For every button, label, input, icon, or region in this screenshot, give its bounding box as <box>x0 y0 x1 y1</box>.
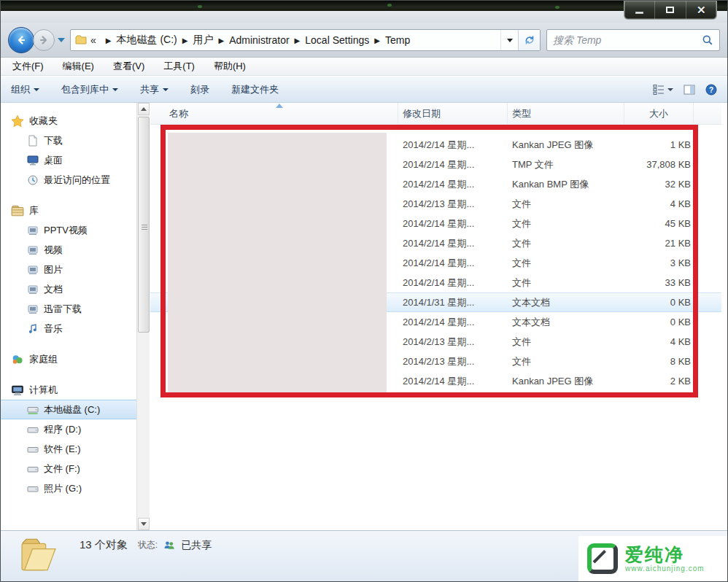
breadcrumb-overflow-chevron[interactable]: « <box>90 34 96 46</box>
breadcrumb-separator-icon: ▶ <box>182 36 188 44</box>
column-header-type[interactable]: 类型 <box>508 103 624 124</box>
drive-icon <box>27 463 39 475</box>
scroll-down-button[interactable] <box>138 518 150 530</box>
address-dropdown-button[interactable] <box>500 30 518 50</box>
file-size-cell: 33 KB <box>624 277 694 288</box>
sidebar-item[interactable]: 文档 <box>1 279 136 299</box>
sidebar-item[interactable]: 桌面 <box>1 150 136 170</box>
file-type-cell: Kankan JPEG 图像 <box>508 139 624 152</box>
menu-item[interactable]: 帮助(H) <box>214 60 246 73</box>
breadcrumb-item[interactable]: ▶用户 <box>177 34 214 47</box>
preview-pane-button[interactable] <box>684 84 695 96</box>
column-header-size[interactable]: 大小 <box>624 103 694 124</box>
history-dropdown-button[interactable] <box>58 38 65 42</box>
picture-library-icon <box>27 264 39 276</box>
watermark-title: 爱纯净 <box>625 545 705 564</box>
menu-item[interactable]: 编辑(E) <box>63 60 94 73</box>
menu-item[interactable]: 查看(V) <box>113 60 144 73</box>
sidebar-section-header[interactable]: 计算机 <box>1 381 136 400</box>
chevron-down-icon <box>112 88 118 91</box>
navigation-pane: 收藏夹 下载 桌面 最近访问的位置 <box>1 103 136 530</box>
file-type-cell: Kankan BMP 图像 <box>508 178 624 191</box>
breadcrumb-item[interactable]: ▶本地磁盘 (C:) <box>101 34 177 47</box>
column-header-row: 名称 修改日期 类型 大小 <box>150 103 721 125</box>
refresh-button[interactable] <box>518 30 540 50</box>
sidebar-item[interactable]: 文件 (F:) <box>1 459 136 478</box>
file-size-cell: 1 KB <box>624 139 694 150</box>
scrollbar-thumb[interactable] <box>138 117 150 333</box>
file-date-cell: 2014/1/31 星期... <box>398 296 508 309</box>
minimize-button[interactable] <box>624 1 655 19</box>
scroll-up-button[interactable] <box>138 103 150 115</box>
file-type-cell: 文本文档 <box>508 316 624 329</box>
menu-item[interactable]: 工具(T) <box>163 60 195 73</box>
file-date-cell: 2014/2/14 星期... <box>398 257 508 270</box>
sidebar-item[interactable]: 软件 (E:) <box>1 439 136 459</box>
back-button[interactable] <box>8 27 34 53</box>
search-input[interactable] <box>547 34 702 46</box>
breadcrumb-separator-icon: ▶ <box>374 36 380 44</box>
file-size-cell: 3 KB <box>624 257 694 268</box>
toolbar-button[interactable]: 包含到库中 <box>61 83 118 96</box>
file-size-cell: 2 KB <box>624 376 694 387</box>
menu-bar: 文件(F)编辑(E)查看(V)工具(T)帮助(H) <box>1 58 727 76</box>
change-view-button[interactable] <box>653 84 673 96</box>
column-header-name[interactable]: 名称 <box>150 103 398 124</box>
sidebar-section-header[interactable]: 家庭组 <box>1 350 136 369</box>
file-type-cell: 文件 <box>508 198 624 211</box>
column-header-date[interactable]: 修改日期 <box>398 103 508 124</box>
toolbar-button[interactable]: 刻录 <box>190 83 209 96</box>
status-label: 状态: <box>138 539 158 551</box>
window-glass <box>1 11 727 23</box>
sidebar-section-header[interactable]: 收藏夹 <box>1 112 136 131</box>
drive-icon <box>27 483 39 494</box>
maximize-button[interactable] <box>655 1 686 19</box>
sidebar-item[interactable]: 音乐 <box>1 319 136 338</box>
breadcrumb-item[interactable]: ▶Temp <box>369 34 410 46</box>
file-size-cell: 8 KB <box>624 356 694 367</box>
breadcrumb-item[interactable]: ▶Administrator <box>213 34 289 46</box>
file-type-cell: Kankan JPEG 图像 <box>508 375 624 388</box>
sidebar-item[interactable]: 程序 (D:) <box>1 419 136 439</box>
window-controls: ✕ <box>624 1 717 20</box>
toolbar-button[interactable]: 组织 <box>11 83 39 96</box>
drive-icon <box>27 443 39 455</box>
sidebar-item[interactable]: 图片 <box>1 260 136 279</box>
file-date-cell: 2014/2/14 星期... <box>398 316 508 329</box>
breadcrumb-item[interactable]: ▶Local Settings <box>290 34 370 46</box>
sidebar-section-header[interactable]: 库 <box>1 201 136 220</box>
chevron-down-icon <box>34 88 39 91</box>
file-type-cell: TMP 文件 <box>508 158 624 171</box>
desktop-icon <box>27 155 39 166</box>
help-button[interactable] <box>705 84 717 96</box>
sidebar-scrollbar[interactable] <box>136 103 150 530</box>
minimize-icon <box>635 12 643 14</box>
close-button[interactable]: ✕ <box>686 1 716 19</box>
forward-button[interactable] <box>33 29 55 51</box>
sidebar-item[interactable]: 照片 (G:) <box>1 478 136 498</box>
sidebar-item[interactable]: 迅雷下载 <box>1 299 136 319</box>
file-size-cell: 21 KB <box>624 238 694 249</box>
search-icon[interactable] <box>702 34 713 46</box>
explorer-window: ✕ « ▶本地磁盘 (C:)▶用户▶Administrator▶Local Se… <box>0 0 728 582</box>
menu-item[interactable]: 文件(F) <box>12 60 44 73</box>
download-library-icon <box>27 303 39 315</box>
file-date-cell: 2014/2/14 星期... <box>398 158 508 171</box>
breadcrumb-separator-icon: ▶ <box>106 36 112 44</box>
file-date-cell: 2014/2/14 星期... <box>398 276 508 290</box>
sidebar-item[interactable]: 下载 <box>1 131 136 150</box>
address-bar[interactable]: « ▶本地磁盘 (C:)▶用户▶Administrator▶Local Sett… <box>70 29 541 51</box>
sidebar-item[interactable]: 本地磁盘 (C:) <box>1 400 136 419</box>
file-date-cell: 2014/2/13 星期... <box>398 335 508 349</box>
sidebar-item[interactable]: 视频 <box>1 240 136 260</box>
sidebar-item[interactable]: PPTV视频 <box>1 220 136 240</box>
status-value: 已共享 <box>181 539 212 552</box>
sidebar-item[interactable]: 最近访问的位置 <box>1 170 136 190</box>
file-date-cell: 2014/2/14 星期... <box>398 217 508 230</box>
toolbar-button[interactable]: 共享 <box>140 83 169 96</box>
toolbar-button[interactable]: 新建文件夹 <box>231 83 279 96</box>
folder-preview-icon <box>17 534 61 576</box>
aichunjing-logo-icon <box>587 543 618 574</box>
chevron-down-icon <box>667 88 673 91</box>
chevron-down-icon <box>163 88 169 91</box>
